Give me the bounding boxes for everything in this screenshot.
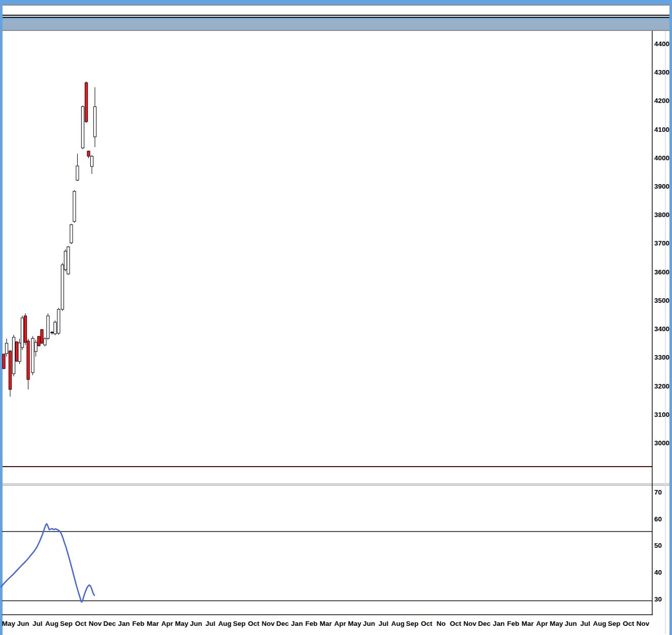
- price-axis-label: 3400: [654, 325, 669, 333]
- candle-body: [3, 354, 5, 369]
- x-axis-label: Jan: [118, 620, 130, 627]
- x-axis-label: Jun: [565, 620, 577, 627]
- x-axis-label: May: [2, 620, 16, 627]
- candle-body: [31, 338, 34, 372]
- price-axis-label: 3700: [654, 239, 669, 247]
- candle-body: [73, 191, 76, 222]
- price-axis-label: 4400: [654, 40, 669, 48]
- x-axis-label: Nov: [463, 620, 477, 627]
- price-axis-label: 3900: [654, 183, 669, 190]
- candle-body: [24, 316, 26, 342]
- candle-body: [41, 330, 43, 343]
- x-axis-label: Feb: [305, 620, 317, 627]
- x-axis-label: Dec: [276, 620, 289, 627]
- x-axis-label: Oct: [248, 620, 260, 627]
- candle-body: [93, 107, 96, 137]
- x-axis-label: Dec: [478, 620, 491, 627]
- x-axis-label: Mar: [521, 620, 534, 627]
- price-axis-label: 3200: [654, 382, 669, 390]
- x-axis-label: Sep: [608, 620, 620, 627]
- x-axis-label: Feb: [507, 620, 519, 627]
- x-axis-label: Dec: [103, 620, 116, 627]
- candle-body: [21, 318, 23, 347]
- candle-body: [90, 156, 93, 166]
- oscillator-axis-label: 60: [654, 515, 662, 523]
- chart-canvas[interactable]: 4400430042004100400039003800370036003500…: [0, 0, 672, 635]
- x-axis-label: Aug: [391, 620, 405, 627]
- candle-body: [61, 265, 63, 309]
- x-axis-label: Jul: [206, 620, 216, 627]
- x-axis-label: Sep: [233, 620, 246, 627]
- x-axis-label: Jun: [17, 620, 29, 627]
- x-axis-label: Jul: [580, 620, 590, 627]
- x-axis-label: May: [550, 620, 563, 627]
- candle-body: [76, 166, 79, 180]
- x-axis-label: Feb: [132, 620, 145, 627]
- candle-body: [44, 339, 46, 345]
- candle-body: [38, 336, 40, 346]
- candle-body: [35, 342, 37, 351]
- candle-body: [27, 341, 29, 379]
- x-axis-label: Aug: [593, 620, 606, 627]
- price-axis-label: 3300: [654, 354, 669, 361]
- x-axis-label: Oct: [75, 620, 87, 627]
- price-axis-label: 3100: [654, 411, 669, 418]
- x-axis-label: Sep: [406, 620, 419, 627]
- x-axis-label: Aug: [218, 620, 231, 627]
- candle-body: [81, 107, 84, 148]
- x-axis-label: Nov: [636, 620, 650, 627]
- x-axis-label: No: [436, 620, 446, 627]
- x-axis-label: Jul: [379, 620, 389, 627]
- x-axis-label: Nov: [89, 620, 102, 627]
- x-axis-label: Jan: [291, 620, 303, 627]
- candle-body: [85, 83, 87, 122]
- candle-body: [54, 322, 56, 334]
- x-axis-label: Oct: [623, 620, 634, 627]
- candle-body: [57, 309, 60, 333]
- candle-body: [18, 343, 21, 362]
- price-axis-label: 4300: [654, 68, 669, 76]
- x-axis-label: May: [175, 620, 189, 627]
- candle-body: [47, 316, 49, 338]
- candle-body: [64, 251, 66, 270]
- x-axis-label: Aug: [45, 620, 58, 627]
- oscillator-axis-label: 40: [654, 569, 662, 576]
- x-axis-label: Nov: [261, 620, 275, 627]
- candle-body: [70, 225, 73, 243]
- x-axis-label: Apr: [536, 620, 548, 627]
- price-axis-label: 4200: [654, 97, 669, 104]
- oscillator-axis-label: 30: [654, 595, 662, 603]
- candle-body: [51, 332, 53, 333]
- x-axis-label: Sep: [60, 620, 73, 627]
- x-axis-label: Jan: [493, 620, 505, 627]
- candle-body: [12, 337, 15, 374]
- x-axis-label: Jun: [190, 620, 202, 627]
- candle-body: [87, 151, 90, 156]
- candle-body: [5, 343, 8, 354]
- oscillator-line: [1, 524, 94, 602]
- oscillator-axis-label: 50: [654, 542, 662, 549]
- x-axis-label: Mar: [320, 620, 332, 627]
- x-axis-label: May: [348, 620, 361, 627]
- oscillator-axis-label: 70: [654, 488, 662, 496]
- x-axis-label: Oct: [450, 620, 461, 627]
- x-axis-label: Jul: [32, 620, 43, 627]
- x-axis-label: Apr: [161, 620, 174, 627]
- app-window: 4400430042004100400039003800370036003500…: [0, 0, 672, 635]
- candle-body: [15, 342, 18, 361]
- price-axis-label: 3800: [654, 211, 669, 219]
- x-axis-label: Mar: [147, 620, 159, 627]
- x-axis-label: Jun: [363, 620, 375, 627]
- price-axis-label: 4000: [654, 154, 669, 162]
- x-axis-label: Oct: [421, 620, 432, 627]
- candle-body: [9, 351, 11, 390]
- candle-body: [67, 247, 70, 274]
- price-axis-label: 3000: [654, 439, 669, 447]
- price-axis-label: 3500: [654, 297, 669, 304]
- price-axis-label: 4100: [654, 126, 669, 133]
- price-axis-label: 3600: [654, 268, 669, 276]
- x-axis-label: Apr: [334, 620, 347, 627]
